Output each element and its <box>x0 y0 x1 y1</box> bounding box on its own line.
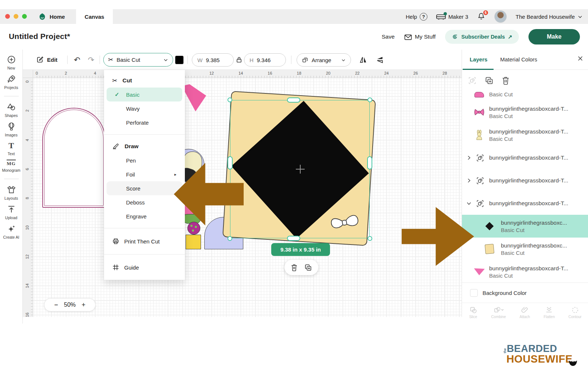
watermark-the: the <box>503 350 506 353</box>
lock-icon <box>236 57 242 63</box>
menu-item-score[interactable]: Score <box>107 181 182 195</box>
redo-button[interactable]: ↷ <box>88 50 94 70</box>
sidebar-item-label: Layouts <box>4 196 18 200</box>
action-label: Slice <box>469 315 477 319</box>
tab-material-colors[interactable]: Material Colors <box>500 56 537 63</box>
close-window-icon[interactable] <box>5 14 10 19</box>
account-menu[interactable]: The Bearded Housewife <box>516 14 583 20</box>
menu-item-pen[interactable]: Pen <box>107 153 182 167</box>
selection-handle-bottom[interactable] <box>287 236 300 241</box>
panel-tabs: Layers Material Colors <box>462 50 588 70</box>
help-button[interactable]: Help ? <box>406 13 427 21</box>
page-title: Untitled Project* <box>9 32 70 41</box>
chevron-right-icon[interactable] <box>466 178 472 183</box>
subscriber-deals-button[interactable]: Subscriber Deals ↗ <box>445 30 519 44</box>
sidebar-item-projects[interactable]: Projects <box>0 74 23 90</box>
flip-horizontal-button[interactable] <box>359 50 368 70</box>
lock-aspect-button[interactable] <box>236 50 242 70</box>
selection-handle-top-right[interactable] <box>368 97 372 102</box>
canvas-shape-arch-card[interactable] <box>42 108 105 208</box>
maximize-window-icon[interactable] <box>22 14 27 19</box>
chevron-down-icon[interactable] <box>466 201 472 206</box>
layer-group-row[interactable]: bunnygirlinthegrassboxcard-T... <box>462 192 588 215</box>
layer-row[interactable]: bunnygirlinthegrassboxc...Basic Cut <box>462 215 588 238</box>
zoom-in-button[interactable]: + <box>82 301 86 309</box>
notifications-button[interactable]: 6 <box>477 12 485 21</box>
sidebar-item-text[interactable]: TText <box>0 141 23 156</box>
home-button[interactable]: Home <box>38 9 65 24</box>
sidebar-item-images[interactable]: Images <box>0 122 23 137</box>
selection-handle-top[interactable] <box>287 97 300 103</box>
tab-layers[interactable]: Layers <box>470 56 487 63</box>
selection-handle-right[interactable] <box>367 156 372 170</box>
selection-handle-bottom-left[interactable] <box>227 236 232 241</box>
menu-item-basic[interactable]: ✓Basic <box>107 88 182 101</box>
h-ruler-label: 28 <box>441 71 449 75</box>
operation-color-swatch[interactable] <box>175 56 184 64</box>
duplicate-layer-icon[interactable] <box>485 76 494 85</box>
layer-row[interactable]: bunnygirlinthegrassboxcard-T...Basic Cut <box>462 124 588 146</box>
h-ruler-label: 12 <box>208 71 216 75</box>
projects-icon <box>7 74 16 84</box>
selection-handle-top-left[interactable] <box>227 97 232 102</box>
layer-tools <box>462 72 588 89</box>
edit-button[interactable]: Edit <box>36 50 57 70</box>
tab-canvas[interactable]: Canvas <box>76 9 113 24</box>
arrange-dropdown[interactable]: Arrange <box>297 53 351 67</box>
contour-icon <box>571 306 580 314</box>
width-field[interactable]: W 9.385 <box>192 53 234 67</box>
menu-item-perforate[interactable]: Perforate <box>107 115 182 129</box>
menu-item-guide[interactable]: Guide <box>104 259 185 275</box>
flip-vertical-button[interactable] <box>376 50 384 70</box>
layer-row[interactable]: bunnygirlinthegrassboxcard-T...Basic Cut <box>462 101 588 124</box>
group-icon <box>476 177 484 185</box>
layer-row[interactable]: bunnygirlinthegrassboxc...Basic Cut <box>462 238 588 260</box>
zoom-out-button[interactable]: − <box>54 301 58 309</box>
layer-group-row[interactable]: bunnygirlinthegrassboxcard-T... <box>462 169 588 192</box>
selection-handle-left[interactable] <box>227 156 233 170</box>
upload-icon <box>7 204 16 214</box>
layer-group-row[interactable]: bunnygirlinthegrassboxcard-T... <box>462 146 588 169</box>
pencil-icon <box>112 143 119 150</box>
sidebar-item-monogram[interactable]: MGMonogram <box>0 160 23 172</box>
sidebar-item-shapes[interactable]: Shapes <box>0 102 23 118</box>
layer-group-name: bunnygirlinthegrassboxcard-T... <box>489 199 568 207</box>
undo-button[interactable]: ↶ <box>74 50 80 70</box>
duplicate-object-button[interactable] <box>304 264 312 271</box>
chevron-right-icon[interactable] <box>466 155 472 160</box>
layer-row[interactable]: bunnygirlinthegrassboxcard-T...Basic Cut <box>462 260 588 283</box>
layer-row[interactable]: Basic Cut <box>462 88 588 101</box>
flatten-icon <box>545 306 553 314</box>
layer-operation: Basic Cut <box>489 91 585 98</box>
menu-item-deboss[interactable]: Deboss <box>107 195 182 209</box>
delete-layer-icon[interactable] <box>502 76 510 85</box>
machine-selector[interactable]: Maker 3 <box>436 13 468 20</box>
combine-icon <box>493 306 504 314</box>
home-icon <box>38 13 46 21</box>
background-color-swatch[interactable] <box>470 289 478 297</box>
chevron-down-icon <box>577 14 583 19</box>
selection-handle-bottom-right[interactable] <box>368 236 372 241</box>
action-slice: Slice <box>469 306 478 319</box>
menu-item-print-then-cut[interactable]: Print Then Cut <box>104 233 185 249</box>
make-button[interactable]: Make <box>528 29 580 44</box>
close-icon[interactable] <box>577 55 584 62</box>
sidebar-item-layouts[interactable]: Layouts <box>0 185 23 200</box>
my-stuff-button[interactable]: My Stuff <box>404 33 436 40</box>
avatar[interactable] <box>494 10 507 23</box>
linetype-select[interactable]: ✂ Basic Cut <box>103 53 173 67</box>
menu-item-wavy[interactable]: Wavy <box>107 101 182 115</box>
menu-item-foil[interactable]: Foil▸ <box>107 167 182 181</box>
save-button[interactable]: Save <box>381 33 394 40</box>
menu-item-engrave[interactable]: Engrave <box>107 209 182 223</box>
v-ruler-label: 0 <box>25 78 29 85</box>
sidebar-item-new[interactable]: New <box>0 55 23 70</box>
h-ruler-label: 22 <box>353 71 361 75</box>
sidebar-item-create-ai[interactable]: Create AI <box>0 224 23 239</box>
minimize-window-icon[interactable] <box>14 14 18 19</box>
height-field[interactable]: H 9.346 <box>244 53 286 67</box>
h-ruler-label: 20 <box>324 71 332 75</box>
sidebar-item-upload[interactable]: Upload <box>0 204 23 220</box>
delete-object-button[interactable] <box>291 264 298 271</box>
background-color-row[interactable]: Background Color <box>462 282 588 303</box>
